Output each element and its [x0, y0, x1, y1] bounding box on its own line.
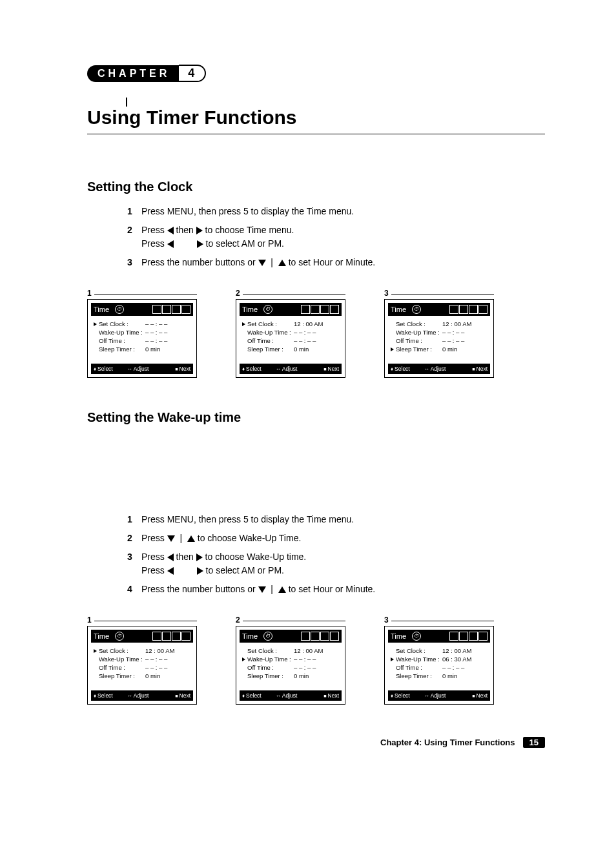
stop-icon	[472, 366, 475, 372]
clock-icon: ⏱	[115, 305, 124, 314]
osd-screen-number: 1	[87, 615, 92, 625]
osd-screen: 3Time⏱Set Clock :12 : 00 AMWake-Up Time …	[384, 615, 494, 705]
osd-screen-number: 3	[384, 289, 389, 298]
osd-row-label: Sleep Timer :	[396, 672, 442, 679]
grid-icon	[469, 632, 478, 641]
osd-row-value: – – : – –	[294, 656, 339, 663]
osd-row: Off Time :– – : – –	[94, 663, 190, 672]
osd-screen-number: 2	[236, 615, 240, 625]
osd-row-value: – – : – –	[145, 329, 190, 336]
osd-row-label: Off Time :	[247, 337, 294, 344]
osd-row-label: Set Clock :	[99, 647, 145, 654]
tv-icon	[152, 632, 161, 641]
osd-row-value: – – : – –	[442, 337, 488, 344]
down-arrow-icon	[258, 260, 266, 266]
osd-foot-next: Next	[323, 366, 339, 372]
leftright-icon	[276, 692, 281, 699]
osd-footer: SelectAdjustNext	[91, 690, 193, 701]
osd-foot-next: Next	[323, 692, 339, 699]
down-arrow-icon	[167, 535, 175, 542]
osd-screen: 1Time⏱Set Clock :– – : – –Wake-Up Time :…	[87, 289, 197, 378]
osd-screen-number: 1	[87, 289, 92, 298]
footer-page-number: 15	[523, 737, 545, 748]
osd-screens-wakeup: 1Time⏱Set Clock :12 : 00 AMWake-Up Time …	[87, 615, 545, 705]
osd-row: Sleep Timer :0 min	[94, 345, 190, 353]
osd-menu-title: Time	[94, 305, 109, 313]
osd-row: Off Time :– – : – –	[94, 336, 190, 345]
osd-row-label: Off Time :	[99, 337, 145, 344]
osd-body: Set Clock :– – : – –Wake-Up Time :– – : …	[91, 316, 193, 364]
osd-row-value: – – : – –	[294, 329, 339, 336]
osd-row-value: – – : – –	[145, 320, 190, 327]
chapter-number: 4	[179, 65, 206, 82]
step-item: 3 Press the number buttons or | to set H…	[127, 256, 545, 269]
step-item: 3 Press then to choose Wake-Up time.Pres…	[127, 550, 545, 577]
osd-screens-clock: 1Time⏱Set Clock :– – : – –Wake-Up Time :…	[87, 289, 545, 378]
osd-row-label: Set Clock :	[247, 647, 294, 654]
osd-foot-adjust: Adjust	[127, 692, 149, 699]
manual-page: CHAPTER 4 Using Timer Functions Setting …	[0, 0, 616, 787]
chapter-badge: CHAPTER 4	[87, 65, 206, 82]
clock-icon: ⏱	[412, 632, 421, 641]
osd-panel: Time⏱Set Clock :12 : 00 AMWake-Up Time :…	[236, 299, 345, 378]
tv-icon	[301, 632, 310, 641]
stop-icon	[175, 366, 178, 372]
osd-row: Sleep Timer :0 min	[242, 672, 339, 680]
osd-screen-number-row: 2	[236, 615, 345, 626]
osd-footer: SelectAdjustNext	[388, 364, 490, 374]
left-arrow-icon	[167, 553, 174, 561]
down-arrow-icon	[258, 586, 266, 593]
right-arrow-icon	[197, 567, 203, 575]
stop-icon	[472, 692, 475, 699]
osd-row-value: – – : – –	[294, 664, 339, 671]
osd-foot-select: Select	[242, 366, 262, 372]
step-item: 2 Press then to choose Time menu.Press t…	[127, 223, 545, 251]
osd-foot-adjust: Adjust	[276, 366, 298, 372]
osd-row: Wake-Up Time :– – : – –	[242, 655, 339, 663]
osd-row-value: – – : – –	[145, 337, 190, 344]
osd-row-label: Set Clock :	[247, 320, 294, 327]
clock-icon: ⏱	[412, 305, 421, 314]
up-arrow-icon	[278, 260, 286, 266]
osd-row-label: Set Clock :	[99, 320, 145, 327]
steps-wakeup: 1 Press MENU, then press 5 to display th…	[127, 513, 545, 596]
selection-marker-icon	[242, 657, 245, 661]
step-item: 1 Press MENU, then press 5 to display th…	[127, 205, 545, 218]
osd-row-label: Wake-Up Time :	[396, 656, 442, 663]
osd-screen: 1Time⏱Set Clock :12 : 00 AMWake-Up Time …	[87, 615, 197, 705]
step-item: 4 Press the number buttons or | to set H…	[127, 583, 545, 596]
osd-row-value: 0 min	[294, 672, 339, 679]
antenna-icon	[311, 305, 320, 314]
osd-row: Wake-Up Time :06 : 30 AM	[391, 655, 488, 663]
osd-body: Set Clock :12 : 00 AMWake-Up Time :– – :…	[240, 316, 342, 364]
osd-row-value: 0 min	[145, 346, 190, 353]
leftright-icon	[424, 366, 429, 372]
page-footer: Chapter 4: Using Timer Functions 15	[87, 737, 545, 748]
antenna-icon	[162, 305, 171, 314]
osd-foot-select: Select	[94, 366, 113, 372]
grid-icon	[172, 305, 181, 314]
osd-row-value: 06 : 30 AM	[442, 656, 488, 663]
osd-row-label: Wake-Up Time :	[396, 329, 442, 336]
osd-panel: Time⏱Set Clock :– – : – –Wake-Up Time :–…	[87, 299, 197, 378]
osd-row-value: 12 : 00 AM	[294, 320, 339, 327]
osd-row: Sleep Timer :0 min	[391, 672, 488, 680]
osd-body: Set Clock :12 : 00 AMWake-Up Time :– – :…	[91, 643, 193, 690]
osd-header: Time⏱	[388, 630, 490, 643]
grid-icon	[320, 305, 329, 314]
step-item: 2 Press | to choose Wake-Up Time.	[127, 532, 545, 545]
osd-body: Set Clock :12 : 00 AMWake-Up Time :06 : …	[388, 643, 490, 690]
osd-menu-title: Time	[242, 632, 258, 640]
osd-row: Sleep Timer :0 min	[94, 672, 190, 680]
steps-clock: 1 Press MENU, then press 5 to display th…	[127, 205, 545, 269]
osd-row: Off Time :– – : – –	[242, 663, 339, 672]
tv-icon	[301, 305, 310, 314]
osd-header: Time⏱	[388, 303, 490, 316]
osd-row-label: Wake-Up Time :	[99, 656, 145, 663]
stop-icon	[323, 692, 326, 699]
osd-row: Set Clock :12 : 00 AM	[242, 646, 339, 655]
up-arrow-icon	[187, 535, 195, 542]
osd-row-value: – – : – –	[145, 656, 190, 663]
grid-icon	[469, 305, 478, 314]
osd-header: Time⏱	[91, 630, 193, 643]
